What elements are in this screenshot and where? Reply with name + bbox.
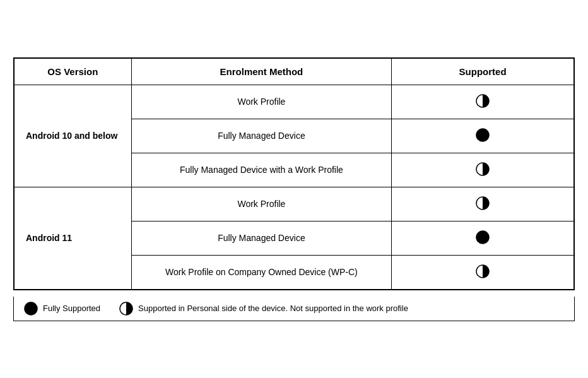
legend-full: Fully Supported <box>24 302 100 316</box>
svg-point-6 <box>25 302 37 315</box>
legend: Fully Supported Supported in Personal si… <box>13 297 575 321</box>
os-version-android10: Android 10 and below <box>15 85 132 187</box>
half-circle-icon <box>476 264 490 278</box>
table-row: Android 11 Work Profile <box>15 187 574 221</box>
header-supported: Supported <box>392 58 574 85</box>
half-circle-icon <box>476 162 490 176</box>
legend-half: Supported in Personal side of the device… <box>119 302 408 316</box>
enrolment-wpc: Work Profile on Company Owned Device (WP… <box>131 255 392 289</box>
support-icon-2 <box>392 119 574 153</box>
half-circle-legend-icon <box>119 302 133 316</box>
support-icon-3 <box>392 153 574 187</box>
half-circle-icon <box>476 94 490 108</box>
support-icon-5 <box>392 221 574 255</box>
support-icon-6 <box>392 255 574 289</box>
svg-point-4 <box>476 231 489 244</box>
legend-half-label: Supported in Personal side of the device… <box>138 304 408 313</box>
enrolment-fully-managed-1: Fully Managed Device <box>131 119 392 153</box>
enrolment-work-profile-2: Work Profile <box>131 187 392 221</box>
support-icon-1 <box>392 85 574 119</box>
enrolment-fully-managed-2: Fully Managed Device <box>131 221 392 255</box>
legend-full-label: Fully Supported <box>43 304 100 313</box>
compatibility-table: OS Version Enrolment Method Supported An… <box>13 57 575 290</box>
svg-point-1 <box>476 129 489 141</box>
enrolment-work-profile-1: Work Profile <box>131 85 392 119</box>
header-enrolment-method: Enrolment Method <box>131 58 392 85</box>
support-icon-4 <box>392 187 574 221</box>
table-row: Android 10 and below Work Profile <box>15 85 574 119</box>
full-circle-icon <box>476 128 490 142</box>
half-circle-icon <box>476 196 490 210</box>
header-os-version: OS Version <box>15 58 132 85</box>
full-circle-icon <box>476 230 490 244</box>
os-version-android11: Android 11 <box>15 187 132 289</box>
enrolment-fully-managed-work-profile-1: Fully Managed Device with a Work Profile <box>131 153 392 187</box>
full-circle-legend-icon <box>24 302 38 316</box>
